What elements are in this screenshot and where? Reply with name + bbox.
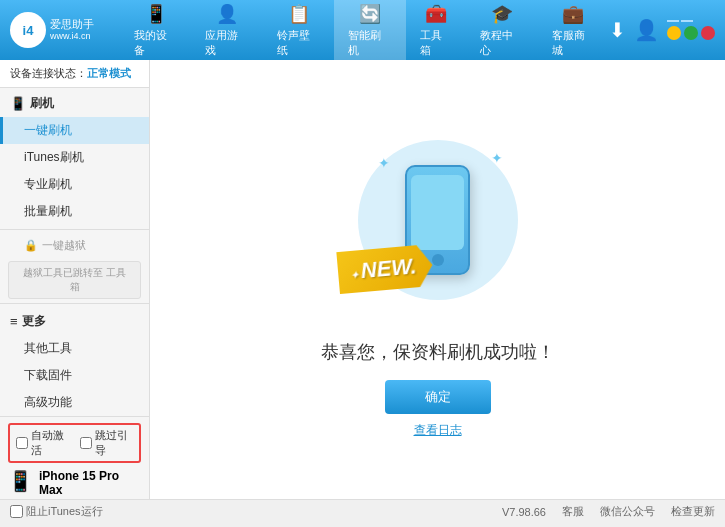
minimize-button[interactable]: [667, 26, 681, 40]
logo-icon: i4: [10, 12, 46, 48]
logo: i4 爱思助手 www.i4.cn: [10, 12, 120, 48]
sidebar-device-section: 自动激活 跳过引导 📱 iPhone 15 Pro Max 512GB iPho…: [0, 416, 149, 499]
sidebar-more-group: ≡ 更多 其他工具 下载固件 高级功能: [0, 308, 149, 416]
sidebar: 设备连接状态：正常模式 📱 刷机 一键刷机 iTunes刷机 专业刷机: [0, 60, 150, 499]
auto-guide-label[interactable]: 跳过引导: [80, 428, 134, 458]
topbar: i4 爱思助手 www.i4.cn 📱 我的设备 👤 应用游戏 📋 铃声壁纸 🔄: [0, 0, 725, 60]
footer-left: 阻止iTunes运行: [10, 504, 103, 519]
download-icon[interactable]: ⬇: [609, 18, 626, 42]
footer: 阻止iTunes运行 V7.98.66 客服 微信公众号 检查更新: [0, 499, 725, 523]
apps-icon: 👤: [216, 3, 238, 25]
close-button[interactable]: [701, 26, 715, 40]
log-link[interactable]: 查看日志: [414, 422, 462, 439]
phone-illustration: ✦ ✦ ✦ ✦ NEW.: [348, 120, 528, 320]
ringtone-icon: 📋: [288, 3, 310, 25]
sidebar-item-batch-flash[interactable]: 批量刷机: [0, 198, 149, 225]
phone-home-button: [432, 254, 444, 266]
auto-guide-checkbox[interactable]: [80, 437, 92, 449]
sidebar-item-itunes-flash[interactable]: iTunes刷机: [0, 144, 149, 171]
sidebar-item-advanced[interactable]: 高级功能: [0, 389, 149, 416]
footer-customer-service[interactable]: 客服: [562, 504, 584, 519]
itunes-label[interactable]: 阻止iTunes运行: [10, 504, 103, 519]
logo-text: 爱思助手 www.i4.cn: [50, 17, 94, 43]
device-info-row: 📱 iPhone 15 Pro Max 512GB iPhone: [8, 469, 141, 499]
status-bar: 设备连接状态：正常模式: [0, 60, 149, 88]
itunes-checkbox[interactable]: [10, 505, 23, 518]
user-icon[interactable]: 👤: [634, 18, 659, 42]
nav-ringtones[interactable]: 📋 铃声壁纸: [263, 0, 334, 64]
footer-right: V7.98.66 客服 微信公众号 检查更新: [502, 504, 715, 519]
sidebar-item-other-tools[interactable]: 其他工具: [0, 335, 149, 362]
sparkle-tl: ✦: [378, 155, 390, 171]
lock-icon: 🔒: [24, 239, 38, 252]
nav-toolbox[interactable]: 🧰 工具箱: [406, 0, 467, 64]
more-section-icon: ≡: [10, 314, 18, 329]
flash-section-icon: 📱: [10, 96, 26, 111]
footer-check-update[interactable]: 检查更新: [671, 504, 715, 519]
sidebar-flash-header: 📱 刷机: [0, 90, 149, 117]
sidebar-jailbreak-header: 🔒 一键越狱: [0, 234, 149, 257]
checkbox-group: 自动激活 跳过引导: [8, 423, 141, 463]
sidebar-item-download-firmware[interactable]: 下载固件: [0, 362, 149, 389]
nav-my-device[interactable]: 📱 我的设备: [120, 0, 191, 64]
device-details: iPhone 15 Pro Max 512GB iPhone: [39, 469, 141, 499]
flash-icon: 🔄: [359, 3, 381, 25]
nav-tutorials[interactable]: 🎓 教程中心: [466, 0, 537, 64]
auto-activate-label[interactable]: 自动激活: [16, 428, 70, 458]
footer-wechat[interactable]: 微信公众号: [600, 504, 655, 519]
nav-items: 📱 我的设备 👤 应用游戏 📋 铃声壁纸 🔄 智能刷机 🧰 工具箱 🎓: [120, 0, 609, 64]
main-content: ✦ ✦ ✦ ✦ NEW. 恭喜您，保资料刷机成功啦！ 确定 查看日志: [150, 60, 725, 499]
tutorial-icon: 🎓: [491, 3, 513, 25]
new-badge: ✦ NEW.: [336, 244, 434, 294]
sidebar-jailbreak-note: 越狱工具已跳转至 工具箱: [8, 261, 141, 299]
sidebar-flash-group: 📱 刷机 一键刷机 iTunes刷机 专业刷机 批量刷机: [0, 90, 149, 225]
device-icon: 📱: [145, 3, 167, 25]
toolbox-icon: 🧰: [425, 3, 447, 25]
confirm-button[interactable]: 确定: [385, 380, 491, 414]
version-label: V7.98.66: [502, 506, 546, 518]
nav-apps-games[interactable]: 👤 应用游戏: [191, 0, 262, 64]
auto-activate-checkbox[interactable]: [16, 437, 28, 449]
sidebar-item-one-click-flash[interactable]: 一键刷机: [0, 117, 149, 144]
maximize-button[interactable]: [684, 26, 698, 40]
phone-screen: [411, 175, 464, 250]
sidebar-more-header: ≡ 更多: [0, 308, 149, 335]
device-phone-icon: 📱: [8, 469, 33, 493]
service-icon: 💼: [562, 3, 584, 25]
success-text: 恭喜您，保资料刷机成功啦！: [321, 340, 555, 364]
sidebar-jailbreak-group: 🔒 一键越狱 越狱工具已跳转至 工具箱: [0, 234, 149, 299]
nav-services[interactable]: 💼 客服商城: [538, 0, 609, 64]
nav-smart-flash[interactable]: 🔄 智能刷机: [334, 0, 405, 64]
sparkle-tr: ✦: [491, 150, 503, 166]
sidebar-item-pro-flash[interactable]: 专业刷机: [0, 171, 149, 198]
